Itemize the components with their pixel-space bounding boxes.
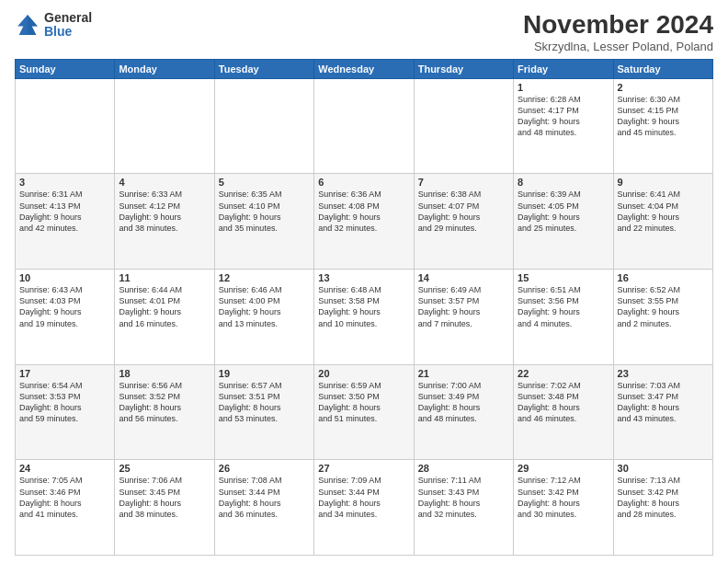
day-cell: 19Sunrise: 6:57 AM Sunset: 3:51 PM Dayli… xyxy=(214,364,313,460)
day-cell: 21Sunrise: 7:00 AM Sunset: 3:49 PM Dayli… xyxy=(414,364,513,460)
day-info: Sunrise: 6:54 AM Sunset: 3:53 PM Dayligh… xyxy=(19,380,110,425)
logo-blue-label: Blue xyxy=(44,25,92,39)
day-cell: 27Sunrise: 7:09 AM Sunset: 3:44 PM Dayli… xyxy=(314,460,414,556)
week-row-0: 1Sunrise: 6:28 AM Sunset: 4:17 PM Daylig… xyxy=(16,78,713,174)
day-number: 24 xyxy=(19,463,110,474)
day-number: 10 xyxy=(19,272,110,283)
day-info: Sunrise: 6:41 AM Sunset: 4:04 PM Dayligh… xyxy=(618,189,709,234)
day-number: 14 xyxy=(418,272,509,283)
day-info: Sunrise: 7:06 AM Sunset: 3:45 PM Dayligh… xyxy=(119,475,210,520)
title-block: November 2024 Skrzydlna, Lesser Poland, … xyxy=(523,11,713,53)
day-cell: 25Sunrise: 7:06 AM Sunset: 3:45 PM Dayli… xyxy=(115,460,214,556)
day-cell: 17Sunrise: 6:54 AM Sunset: 3:53 PM Dayli… xyxy=(16,364,115,460)
logo: General Blue xyxy=(15,11,92,40)
day-cell xyxy=(414,78,513,174)
day-info: Sunrise: 7:13 AM Sunset: 3:42 PM Dayligh… xyxy=(618,475,709,520)
day-number: 1 xyxy=(518,82,609,93)
day-cell: 12Sunrise: 6:46 AM Sunset: 4:00 PM Dayli… xyxy=(214,270,313,365)
day-cell: 13Sunrise: 6:48 AM Sunset: 3:58 PM Dayli… xyxy=(314,270,414,365)
day-info: Sunrise: 6:30 AM Sunset: 4:15 PM Dayligh… xyxy=(618,94,709,139)
day-cell: 15Sunrise: 6:51 AM Sunset: 3:56 PM Dayli… xyxy=(514,270,613,365)
day-cell: 24Sunrise: 7:05 AM Sunset: 3:46 PM Dayli… xyxy=(16,460,115,556)
svg-marker-1 xyxy=(28,16,38,36)
day-info: Sunrise: 6:57 AM Sunset: 3:51 PM Dayligh… xyxy=(219,380,310,425)
day-info: Sunrise: 6:51 AM Sunset: 3:56 PM Dayligh… xyxy=(518,284,609,329)
day-cell xyxy=(314,78,414,174)
day-info: Sunrise: 6:39 AM Sunset: 4:05 PM Dayligh… xyxy=(518,189,609,234)
day-cell: 14Sunrise: 6:49 AM Sunset: 3:57 PM Dayli… xyxy=(414,270,513,365)
day-cell: 3Sunrise: 6:31 AM Sunset: 4:13 PM Daylig… xyxy=(16,174,115,270)
day-number: 28 xyxy=(418,463,509,474)
day-info: Sunrise: 6:56 AM Sunset: 3:52 PM Dayligh… xyxy=(119,380,210,425)
week-row-1: 3Sunrise: 6:31 AM Sunset: 4:13 PM Daylig… xyxy=(16,174,713,270)
day-info: Sunrise: 7:02 AM Sunset: 3:48 PM Dayligh… xyxy=(518,380,609,425)
day-info: Sunrise: 6:59 AM Sunset: 3:50 PM Dayligh… xyxy=(318,380,409,425)
day-info: Sunrise: 6:36 AM Sunset: 4:08 PM Dayligh… xyxy=(318,189,409,234)
day-info: Sunrise: 6:49 AM Sunset: 3:57 PM Dayligh… xyxy=(418,284,509,329)
col-monday: Monday xyxy=(115,59,214,78)
page: General Blue November 2024 Skrzydlna, Le… xyxy=(0,0,728,563)
col-thursday: Thursday xyxy=(414,59,513,78)
day-number: 8 xyxy=(518,177,609,188)
calendar-table: Sunday Monday Tuesday Wednesday Thursday… xyxy=(15,59,713,556)
day-number: 20 xyxy=(318,368,409,379)
day-info: Sunrise: 6:31 AM Sunset: 4:13 PM Dayligh… xyxy=(19,189,110,234)
day-number: 6 xyxy=(318,177,409,188)
day-cell: 11Sunrise: 6:44 AM Sunset: 4:01 PM Dayli… xyxy=(115,270,214,365)
week-row-2: 10Sunrise: 6:43 AM Sunset: 4:03 PM Dayli… xyxy=(16,270,713,365)
day-cell xyxy=(115,78,214,174)
header: General Blue November 2024 Skrzydlna, Le… xyxy=(15,11,713,53)
day-cell: 30Sunrise: 7:13 AM Sunset: 3:42 PM Dayli… xyxy=(613,460,712,556)
day-number: 22 xyxy=(518,368,609,379)
day-cell xyxy=(16,78,115,174)
day-info: Sunrise: 6:28 AM Sunset: 4:17 PM Dayligh… xyxy=(518,94,609,139)
day-number: 4 xyxy=(119,177,210,188)
day-number: 3 xyxy=(19,177,110,188)
day-info: Sunrise: 6:43 AM Sunset: 4:03 PM Dayligh… xyxy=(19,284,110,329)
day-info: Sunrise: 7:09 AM Sunset: 3:44 PM Dayligh… xyxy=(318,475,409,520)
day-number: 25 xyxy=(119,463,210,474)
day-number: 11 xyxy=(119,272,210,283)
day-cell: 22Sunrise: 7:02 AM Sunset: 3:48 PM Dayli… xyxy=(514,364,613,460)
col-tuesday: Tuesday xyxy=(214,59,313,78)
day-info: Sunrise: 6:52 AM Sunset: 3:55 PM Dayligh… xyxy=(618,284,709,329)
day-number: 29 xyxy=(518,463,609,474)
day-cell: 4Sunrise: 6:33 AM Sunset: 4:12 PM Daylig… xyxy=(115,174,214,270)
day-cell: 28Sunrise: 7:11 AM Sunset: 3:43 PM Dayli… xyxy=(414,460,513,556)
day-number: 17 xyxy=(19,368,110,379)
location: Skrzydlna, Lesser Poland, Poland xyxy=(523,40,713,53)
day-info: Sunrise: 7:11 AM Sunset: 3:43 PM Dayligh… xyxy=(418,475,509,520)
day-info: Sunrise: 6:44 AM Sunset: 4:01 PM Dayligh… xyxy=(119,284,210,329)
day-cell: 2Sunrise: 6:30 AM Sunset: 4:15 PM Daylig… xyxy=(613,78,712,174)
day-number: 9 xyxy=(618,177,709,188)
day-number: 27 xyxy=(318,463,409,474)
col-sunday: Sunday xyxy=(16,59,115,78)
day-number: 15 xyxy=(518,272,609,283)
day-cell: 6Sunrise: 6:36 AM Sunset: 4:08 PM Daylig… xyxy=(314,174,414,270)
week-row-4: 24Sunrise: 7:05 AM Sunset: 3:46 PM Dayli… xyxy=(16,460,713,556)
day-number: 12 xyxy=(219,272,310,283)
month-title: November 2024 xyxy=(523,11,713,40)
day-cell xyxy=(214,78,313,174)
day-cell: 7Sunrise: 6:38 AM Sunset: 4:07 PM Daylig… xyxy=(414,174,513,270)
day-number: 19 xyxy=(219,368,310,379)
day-cell: 5Sunrise: 6:35 AM Sunset: 4:10 PM Daylig… xyxy=(214,174,313,270)
col-saturday: Saturday xyxy=(613,59,712,78)
day-cell: 8Sunrise: 6:39 AM Sunset: 4:05 PM Daylig… xyxy=(514,174,613,270)
day-number: 23 xyxy=(618,368,709,379)
logo-text: General Blue xyxy=(44,11,92,40)
day-info: Sunrise: 6:33 AM Sunset: 4:12 PM Dayligh… xyxy=(119,189,210,234)
day-number: 26 xyxy=(219,463,310,474)
day-number: 21 xyxy=(418,368,509,379)
day-info: Sunrise: 7:00 AM Sunset: 3:49 PM Dayligh… xyxy=(418,380,509,425)
day-cell: 10Sunrise: 6:43 AM Sunset: 4:03 PM Dayli… xyxy=(16,270,115,365)
logo-icon xyxy=(15,12,40,38)
day-cell: 20Sunrise: 6:59 AM Sunset: 3:50 PM Dayli… xyxy=(314,364,414,460)
day-cell: 29Sunrise: 7:12 AM Sunset: 3:42 PM Dayli… xyxy=(514,460,613,556)
day-cell: 23Sunrise: 7:03 AM Sunset: 3:47 PM Dayli… xyxy=(613,364,712,460)
calendar: Sunday Monday Tuesday Wednesday Thursday… xyxy=(15,59,713,556)
day-number: 18 xyxy=(119,368,210,379)
day-cell: 26Sunrise: 7:08 AM Sunset: 3:44 PM Dayli… xyxy=(214,460,313,556)
day-number: 16 xyxy=(618,272,709,283)
header-row: Sunday Monday Tuesday Wednesday Thursday… xyxy=(16,59,713,78)
